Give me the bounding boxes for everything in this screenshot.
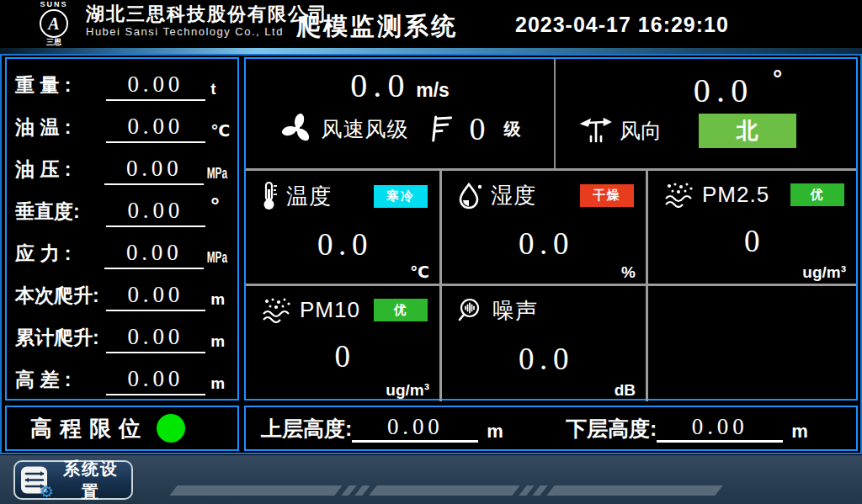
measurement-value: 0.00 [106,365,206,395]
measurement-row-stress: 应 力 : 0.00 MPa [10,231,234,269]
measurement-row-verticality: 垂直度: 0.00 ° [10,188,234,227]
measurement-row-current-climb: 本次爬升: 0.00 m [10,273,234,311]
measurement-label: 累计爬升: [10,322,106,353]
sensor-unit: ug/m³ [386,381,429,400]
header-divider-bar [0,48,862,54]
measurement-unit: m [205,288,234,312]
sensor-value: 0 [663,223,846,259]
sensor-unit: dB [615,381,636,400]
system-settings-button[interactable]: ⚙ 系统设置 [13,460,133,500]
measurement-unit: t [205,77,234,102]
measurement-label: 本次爬升: [10,280,106,311]
sensor-name: PM10 [300,297,360,323]
sensor-value: 0.0 [457,225,636,262]
lower-height-label: 下层高度: [566,415,657,443]
fan-icon [279,111,315,146]
wind-direction-cell: 0.0 ° 风向 [556,59,856,168]
datetime-display: 2023-04-17 16:29:10 [515,13,729,37]
status-badge-cold: 寒冷 [374,185,428,208]
decorative-stripe [519,485,534,496]
measurement-value: 0.00 [106,323,206,353]
sensor-cell-humidity: 湿度 干燥 0.0 % [442,171,648,286]
sensor-cell-noise: 噪声 0.0 dB [442,286,648,401]
logo-circle-icon: A [40,9,68,38]
upper-height-unit: m [487,421,503,443]
sensor-name: 噪声 [492,296,538,326]
wind-direction-unit: ° [773,66,782,92]
upper-height-group: 上层高度: 0.00 m [261,414,503,443]
wind-speed-label: 风速风级 [322,115,409,143]
company-logo: SUNS A 三思 [27,1,81,46]
measurement-value: 0.00 [104,155,204,185]
wind-level-unit: 级 [504,118,521,141]
sensor-value: 0.0 [457,341,636,377]
wind-level-value: 0 [470,110,486,147]
upper-height-label: 上层高度: [261,415,352,443]
measurement-row-height-diff: 高 差 : 0.00 m [10,357,234,395]
wind-direction-value: 0.0 [694,72,754,109]
sensor-name: 温度 [286,182,332,211]
wind-direction-compass-button[interactable]: 北 [699,114,796,148]
settings-button-label: 系统设置 [56,458,126,503]
elevation-limit-label: 高程限位 [30,414,148,443]
lower-height-unit: m [791,421,808,443]
environment-panel: 0.0 m/s 风速风级 [244,57,858,401]
wind-speed-unit: m/s [416,79,450,101]
header: SUNS A 三思 湖北三思科技股份有限公司 Hubei Sansi Techn… [0,0,862,48]
status-badge-good: 优 [790,183,844,206]
measurement-value: 0.00 [106,113,206,143]
wind-speed-value: 0.0 [350,66,411,104]
measurement-unit: MPa [204,162,222,186]
thermometer-icon [261,181,279,211]
footer-bar: ⚙ 系统设置 [0,455,862,504]
sensor-name: PM2.5 [702,182,769,208]
decorative-stripe [546,485,722,496]
measurement-unit: m [205,372,234,396]
measurement-label: 垂直度: [10,196,106,227]
noise-meter-icon [457,297,486,326]
wind-level-flag-icon [429,114,455,143]
sensor-cell-pm25: PM2.5 优 0 ug/m³ [648,171,856,286]
decorative-stripe [169,485,342,496]
dust-icon [663,181,695,208]
upper-height-value: 0.00 [352,414,478,443]
measurement-row-weight: 重 量 : 0.00 t [10,62,234,101]
logo-bottom-text: 三思 [27,39,81,46]
measurement-row-oil-temp: 油 温 : 0.00 ℃ [10,104,234,143]
sensor-unit: ℃ [410,263,429,282]
elevation-limit-box: 高程限位 [5,406,239,451]
decorative-stripe [369,485,519,496]
measurement-value: 0.00 [106,71,206,101]
logo-top-text: SUNS [27,1,81,8]
sensor-cell-empty [648,286,856,401]
measurement-unit: ℃ [205,119,234,144]
page-title: 爬模监测系统 [296,10,458,44]
sensor-unit: ug/m³ [802,263,846,282]
measurement-label: 重 量 : [10,70,106,101]
sliders-gear-icon: ⚙ [20,465,49,495]
status-indicator-green [157,414,185,443]
sensor-value: 0 [261,338,429,374]
dust-icon [261,296,293,323]
company-name-cn: 湖北三思科技股份有限公司 [86,3,328,25]
measurement-value: 0.00 [106,281,206,311]
status-badge-good: 优 [374,299,428,321]
decorative-stripe [354,485,370,496]
sensor-name: 湿度 [491,181,536,210]
measurement-unit: MPa [204,246,222,270]
measurements-panel: 重 量 : 0.00 t 油 温 : 0.00 ℃ 油 压 : 0.00 MPa… [5,57,239,401]
droplet-icon [457,182,484,210]
measurement-label: 应 力 : [10,238,104,269]
lower-height-group: 下层高度: 0.00 m [566,414,808,443]
sensor-value: 0.0 [261,226,429,263]
company-name-en: Hubei Sansi Technology Co., Ltd [86,25,328,39]
measurement-unit: ° [205,183,234,227]
sensor-cell-temperature: 温度 寒冷 0.0 ℃ [246,171,442,286]
wind-speed-cell: 0.0 m/s 风速风级 [246,59,556,168]
sensor-unit: % [621,263,636,282]
measurement-label: 油 压 : [10,154,104,185]
layer-heights-box: 上层高度: 0.00 m 下层高度: 0.00 m [244,406,858,451]
measurement-label: 高 差 : [10,364,106,395]
measurement-value: 0.00 [106,197,206,227]
measurement-value: 0.00 [104,239,204,269]
